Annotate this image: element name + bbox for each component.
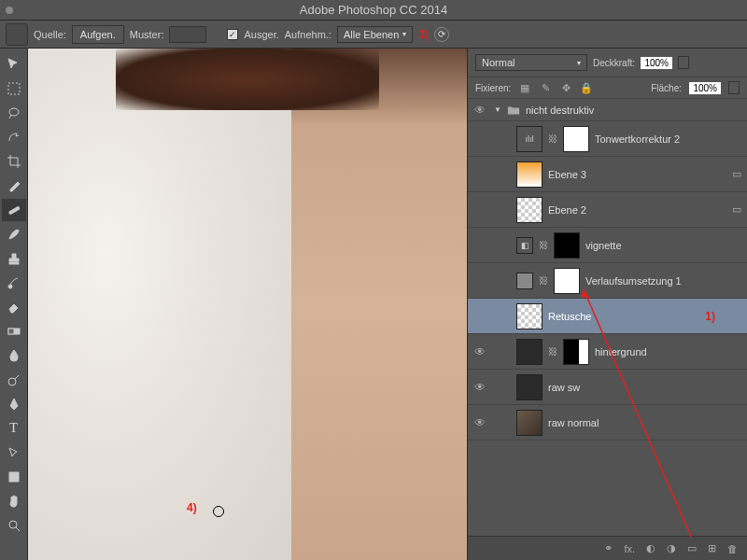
link-icon[interactable]: ⛓ <box>548 133 557 144</box>
crop-tool-icon[interactable] <box>2 150 26 173</box>
visibility-icon[interactable]: 👁 <box>472 104 488 117</box>
layer-effects-icon[interactable]: ▭ <box>730 168 743 181</box>
adjustment-icon <box>516 273 533 289</box>
layer-row-selected[interactable]: Retusche 1) <box>468 299 747 334</box>
blend-mode-dropdown[interactable]: Normal <box>475 54 587 71</box>
pattern-label: Muster: <box>130 29 164 40</box>
layer-row[interactable]: ılıl ⛓ Tonwertkorrektur 2 <box>468 121 747 157</box>
disclosure-triangle-icon[interactable]: ▼ <box>494 105 501 114</box>
stamp-tool-icon[interactable] <box>2 247 26 270</box>
title-bar: Adobe Photoshop CC 2014 <box>0 0 747 21</box>
layer-row[interactable]: 👁 ⛓ hintergrund <box>468 334 747 370</box>
link-icon[interactable]: ⛓ <box>539 240 548 250</box>
shape-tool-icon[interactable] <box>2 466 26 488</box>
lock-label: Fixieren: <box>475 83 511 93</box>
new-group-icon[interactable]: ▭ <box>687 542 697 554</box>
layer-row[interactable]: Ebene 2 ▭ <box>468 192 747 228</box>
mask-thumb[interactable] <box>563 339 589 365</box>
visibility-icon[interactable]: 👁 <box>472 345 488 358</box>
mask-thumb[interactable] <box>554 232 580 259</box>
history-brush-tool-icon[interactable] <box>2 272 26 294</box>
sample-label: Aufnehm.: <box>285 29 331 40</box>
blur-tool-icon[interactable] <box>2 344 26 367</box>
adjustment-icon: ılıl <box>516 126 543 152</box>
marquee-tool-icon[interactable] <box>2 77 26 100</box>
type-tool-icon[interactable]: T <box>2 417 26 440</box>
layer-name: Ebene 3 <box>548 169 725 180</box>
fill-stepper[interactable] <box>728 81 740 94</box>
window-control-icon[interactable] <box>6 7 13 14</box>
layer-thumb[interactable] <box>516 374 543 400</box>
move-tool-icon[interactable] <box>2 53 26 76</box>
aligned-label: Ausger. <box>244 29 278 40</box>
svg-point-9 <box>9 521 17 528</box>
svg-point-7 <box>8 378 16 385</box>
svg-point-1 <box>9 108 19 116</box>
lock-brush-icon[interactable]: ✎ <box>539 81 552 94</box>
app-title: Adobe Photoshop CC 2014 <box>300 3 447 17</box>
layer-row[interactable]: 👁 raw sw <box>468 370 747 405</box>
path-select-tool-icon[interactable] <box>2 441 26 464</box>
layer-row[interactable]: ◧ ⛓ vignette <box>468 228 747 263</box>
visibility-icon[interactable]: 👁 <box>472 416 488 429</box>
layer-name: Verlaufsumsetzung 1 <box>585 275 743 287</box>
layer-thumb[interactable] <box>516 339 543 365</box>
aligned-checkbox[interactable]: ✓ <box>227 29 238 40</box>
opacity-stepper[interactable] <box>678 56 689 69</box>
layer-effects-icon[interactable]: ▭ <box>730 203 743 217</box>
mask-thumb[interactable] <box>554 268 580 294</box>
fill-label: Fläche: <box>651 83 682 93</box>
layer-name: raw normal <box>548 417 743 428</box>
fx-icon[interactable]: fx. <box>624 543 635 554</box>
canvas[interactable]: 4) <box>28 49 467 560</box>
svg-rect-8 <box>9 472 19 482</box>
lock-all-icon[interactable]: 🔒 <box>580 81 593 94</box>
layer-thumb[interactable] <box>516 161 543 188</box>
layer-row[interactable]: 👁 raw normal <box>468 405 747 441</box>
gradient-tool-icon[interactable] <box>2 320 26 343</box>
eyedropper-tool-icon[interactable] <box>2 175 26 197</box>
link-icon[interactable]: ⛓ <box>539 275 548 286</box>
new-layer-icon[interactable]: ⊞ <box>708 542 716 554</box>
link-icon[interactable]: ⛓ <box>548 346 557 357</box>
hand-tool-icon[interactable] <box>2 490 26 512</box>
opacity-value[interactable]: 100% <box>641 57 672 69</box>
tool-preset-icon[interactable] <box>6 23 28 46</box>
link-layers-icon[interactable]: ⚭ <box>604 542 613 554</box>
options-bar: Quelle: Aufgen. Muster: ✓ Ausger. Aufneh… <box>0 21 747 49</box>
fill-value[interactable]: 100% <box>689 82 721 94</box>
layer-group-row[interactable]: 👁 ▼ nicht destruktiv <box>468 99 747 121</box>
annotation-1: 1) <box>705 310 715 323</box>
mask-thumb[interactable] <box>563 126 589 152</box>
add-adjustment-icon[interactable]: ◑ <box>667 542 676 554</box>
brush-tool-icon[interactable] <box>2 223 26 245</box>
layer-thumb[interactable] <box>516 197 543 223</box>
pen-tool-icon[interactable] <box>2 393 26 415</box>
lock-move-icon[interactable]: ✥ <box>559 81 572 94</box>
svg-rect-6 <box>8 329 14 334</box>
quick-select-tool-icon[interactable] <box>2 126 26 148</box>
sample-dropdown[interactable]: Alle Ebenen <box>337 26 413 43</box>
svg-rect-2 <box>8 206 20 215</box>
ignore-adjustment-icon[interactable]: ⟳ <box>434 27 449 42</box>
lasso-tool-icon[interactable] <box>2 102 26 124</box>
lock-pixels-icon[interactable]: ▦ <box>518 81 531 94</box>
visibility-icon[interactable]: 👁 <box>472 381 488 394</box>
layer-name: hintergrund <box>595 346 743 357</box>
source-sampled-button[interactable]: Aufgen. <box>72 25 124 44</box>
dodge-tool-icon[interactable] <box>2 369 26 391</box>
delete-layer-icon[interactable]: 🗑 <box>727 543 738 554</box>
layers-bottom-bar: ⚭ fx. ◐ ◑ ▭ ⊞ 🗑 <box>468 536 747 560</box>
layer-thumb[interactable] <box>516 410 543 436</box>
healing-brush-tool-icon[interactable] <box>2 199 26 221</box>
svg-rect-3 <box>9 262 19 264</box>
layer-row[interactable]: Ebene 3 ▭ <box>468 157 747 192</box>
source-label: Quelle: <box>34 29 66 40</box>
tools-panel: T <box>0 49 28 560</box>
pattern-picker[interactable] <box>169 26 206 43</box>
layer-thumb[interactable] <box>516 303 543 329</box>
eraser-tool-icon[interactable] <box>2 296 26 318</box>
layer-row[interactable]: ⛓ Verlaufsumsetzung 1 <box>468 263 747 299</box>
zoom-tool-icon[interactable] <box>2 514 26 537</box>
add-mask-icon[interactable]: ◐ <box>646 542 655 554</box>
